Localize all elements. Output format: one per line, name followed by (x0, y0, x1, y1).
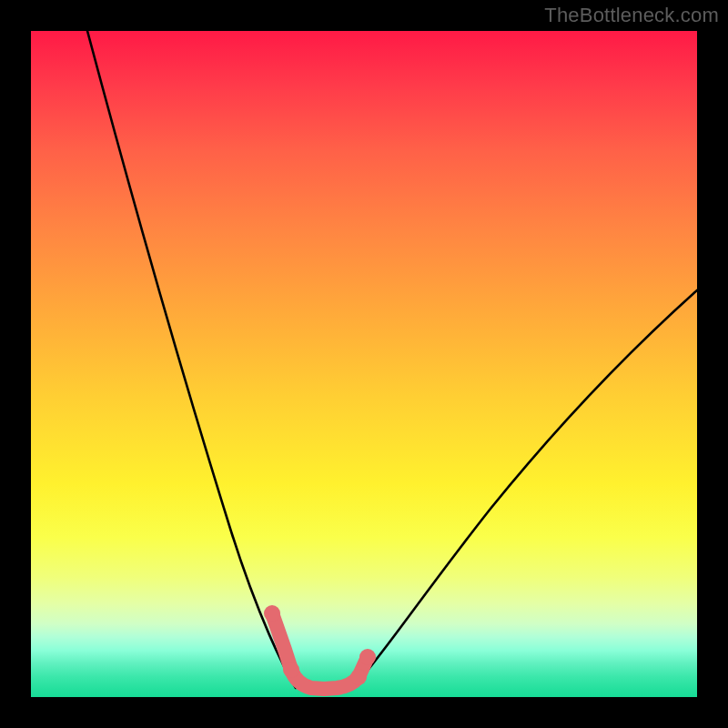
curve-layer (31, 31, 697, 697)
pink-dot (283, 662, 299, 678)
pink-dot (350, 669, 367, 685)
watermark-text: TheBottleneck.com (544, 4, 719, 27)
right-curve (354, 290, 697, 686)
pink-dot (264, 605, 280, 622)
plot-area (31, 31, 697, 697)
pink-dot (359, 649, 376, 665)
left-curve (87, 31, 296, 688)
chart-frame: TheBottleneck.com (0, 0, 728, 728)
